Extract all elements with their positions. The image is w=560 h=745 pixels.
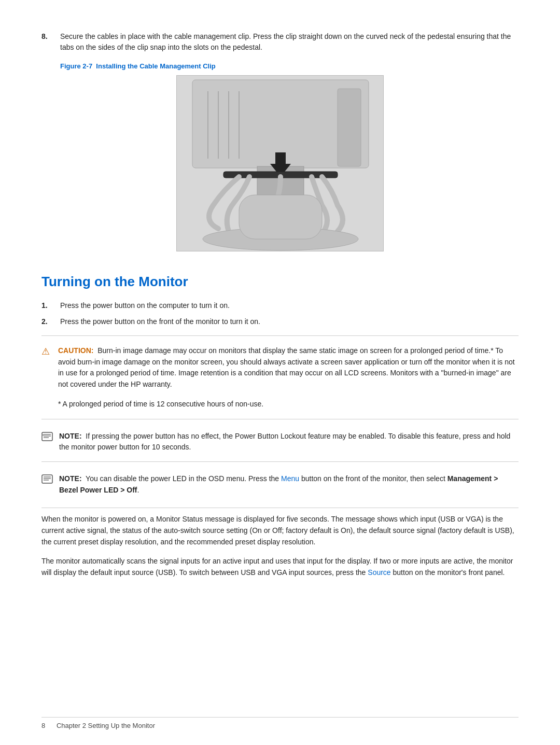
- paragraph-2: The monitor automatically scans the sign…: [41, 555, 519, 579]
- page-footer: 8 Chapter 2 Setting Up the Monitor: [41, 717, 519, 729]
- intro-step: 8. Secure the cables in place with the c…: [41, 31, 519, 53]
- steps-section: 1. Press the power button on the compute…: [41, 300, 519, 327]
- caution-main-text: Burn-in image damage may occur on monito…: [58, 346, 515, 388]
- note-1-box: NOTE: If pressing the power button has n…: [41, 428, 519, 456]
- step-1: 1. Press the power button on the compute…: [41, 300, 519, 311]
- note-1-icon: [41, 432, 56, 441]
- note-2-bordered: NOTE: You can disable the power LED in t…: [41, 461, 519, 508]
- figure-caption-text: Installing the Cable Management Clip: [96, 62, 215, 70]
- menu-link[interactable]: Menu: [281, 474, 299, 483]
- note-1-body: If pressing the power button has no effe…: [59, 432, 510, 452]
- caution-text-block: CAUTION: Burn-in image damage may occur …: [58, 345, 519, 390]
- monitor-illustration: [177, 76, 384, 251]
- note-2-text: NOTE: You can disable the power LED in t…: [59, 473, 519, 496]
- svg-rect-11: [42, 432, 52, 441]
- caution-box: ⚠ CAUTION: Burn-in image damage may occu…: [41, 335, 519, 419]
- note-2-after-link: button on the front of the monitor, then…: [299, 474, 447, 483]
- figure-image: [176, 75, 384, 251]
- svg-rect-15: [42, 475, 52, 483]
- note-2-end: .: [137, 486, 139, 494]
- step-1-num: 1.: [41, 300, 60, 311]
- page-content: 8. Secure the cables in place with the c…: [0, 0, 560, 627]
- footer-chapter: Chapter 2 Setting Up the Monitor: [57, 722, 155, 729]
- step-2-text: Press the power button on the front of t…: [60, 316, 519, 327]
- svg-rect-10: [239, 195, 322, 239]
- para-2-after: button on the monitor's front panel.: [391, 568, 505, 577]
- step-1-text: Press the power button on the computer t…: [60, 300, 519, 311]
- section-title: Turning on the Monitor: [41, 269, 519, 290]
- figure-label: Figure 2-7: [60, 62, 92, 70]
- note-2-box: NOTE: You can disable the power LED in t…: [41, 470, 519, 499]
- caution-label: CAUTION:: [58, 346, 93, 355]
- footer-page-num: 8: [41, 722, 45, 729]
- paragraph-1: When the monitor is powered on, a Monito…: [41, 513, 519, 548]
- step-2: 2. Press the power button on the front o…: [41, 316, 519, 327]
- figure-caption: Figure 2-7 Installing the Cable Manageme…: [60, 62, 519, 70]
- note-2-before: You can disable the power LED in the OSD…: [86, 474, 281, 483]
- note-2-label: NOTE:: [59, 474, 82, 483]
- caution-content: ⚠ CAUTION: Burn-in image damage may occu…: [41, 341, 519, 395]
- note-icon-svg: [41, 432, 53, 441]
- note-2-icon: [41, 474, 56, 484]
- caution-footnote: * A prolonged period of time is 12 conse…: [58, 399, 519, 410]
- note-2-icon-svg: [41, 474, 53, 484]
- source-link[interactable]: Source: [368, 568, 390, 577]
- svg-rect-5: [338, 89, 361, 166]
- caution-triangle-icon: ⚠: [41, 346, 54, 357]
- step-2-num: 2.: [41, 316, 60, 327]
- step-text: Secure the cables in place with the cabl…: [60, 31, 519, 53]
- step-number: 8.: [41, 31, 60, 53]
- note-1-text: NOTE: If pressing the power button has n…: [59, 431, 519, 453]
- note-1-label: NOTE:: [59, 432, 82, 440]
- figure-container: [60, 75, 500, 253]
